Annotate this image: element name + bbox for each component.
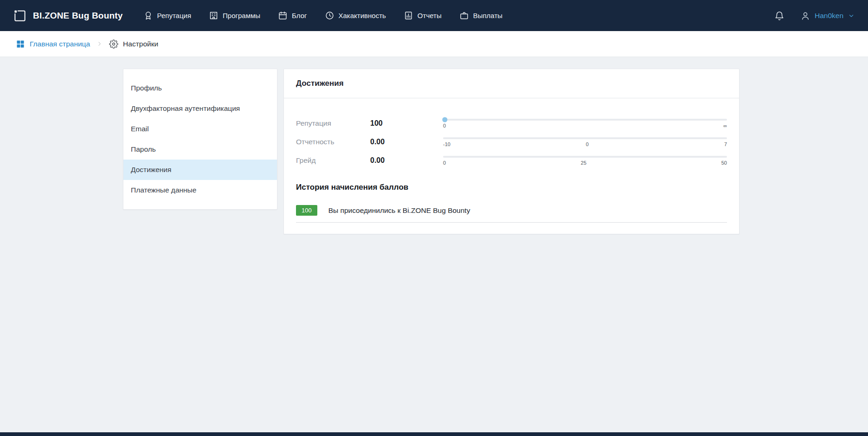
clock-icon (325, 11, 334, 20)
points-badge: 100 (296, 205, 317, 216)
nav-item-payouts[interactable]: Выплаты (459, 11, 502, 20)
tick-min: -10 (443, 141, 450, 147)
metric-value: 100 (370, 119, 443, 128)
metrics-list: Репутация 100 0 ∞ Отчетность 0.00 (284, 98, 739, 170)
brand[interactable]: BI.ZONE Bug Bounty (13, 9, 123, 23)
brand-title: BI.ZONE Bug Bounty (33, 11, 123, 21)
home-grid-icon (16, 39, 25, 49)
nav-item-label: Репутация (157, 12, 191, 19)
menu-item-password[interactable]: Пароль (123, 139, 277, 160)
nav-item-hackactivity[interactable]: Хакактивность (325, 11, 386, 20)
username: Han0ken (815, 12, 843, 20)
metric-value: 0.00 (370, 138, 443, 146)
building-icon (209, 11, 219, 20)
navbar-right: Han0ken (774, 11, 855, 21)
notifications-bell-icon[interactable] (774, 11, 784, 21)
metric-label: Репутация (296, 119, 370, 128)
tick-max: 7 (724, 141, 727, 147)
history-item: 100 Вы присоединились к Bi.ZONE Bug Boun… (296, 205, 727, 223)
menu-item-achievements[interactable]: Достижения (123, 160, 277, 180)
menu-item-payment-details[interactable]: Платежные данные (123, 180, 277, 200)
menu-item-two-factor[interactable]: Двухфакторная аутентификация (123, 98, 277, 119)
nav-item-label: Отчеты (418, 12, 442, 19)
menu-item-email[interactable]: Email (123, 119, 277, 139)
history-item-text: Вы присоединились к Bi.ZONE Bug Bounty (328, 206, 470, 215)
footer-strip (0, 432, 868, 436)
report-chart-icon (404, 11, 413, 20)
tick-max: 50 (721, 160, 727, 166)
reputation-gauge: 0 ∞ (443, 119, 727, 128)
nav-item-label: Программы (223, 12, 260, 19)
nav-item-reports[interactable]: Отчеты (404, 11, 442, 20)
points-history-title: История начисления баллов (296, 183, 727, 192)
user-menu[interactable]: Han0ken (800, 11, 855, 21)
gauge-marker (442, 117, 447, 122)
metric-row-reporting: Отчетность 0.00 -10 0 7 (296, 133, 727, 151)
breadcrumb: Главная страница Настройки (0, 31, 868, 57)
tick-mid: 25 (581, 160, 586, 166)
nav-item-reputation[interactable]: Репутация (143, 11, 191, 20)
breadcrumb-home-link[interactable]: Главная страница (16, 39, 90, 49)
achievements-panel: Достижения Репутация 100 0 ∞ Отчетность (283, 69, 739, 234)
breadcrumb-current: Настройки (109, 39, 158, 49)
metric-value: 0.00 (370, 156, 443, 165)
nav-item-programs[interactable]: Программы (209, 11, 260, 20)
menu-item-profile[interactable]: Профиль (123, 78, 277, 98)
nav-item-label: Выплаты (473, 12, 502, 19)
calendar-icon (278, 11, 288, 20)
nav-item-label: Блог (292, 12, 307, 19)
settings-menu: Профиль Двухфакторная аутентификация Ema… (123, 69, 277, 210)
chevron-right-icon (96, 41, 103, 47)
gauge-track (443, 119, 727, 121)
breadcrumb-current-label: Настройки (123, 40, 158, 48)
gauge-track (443, 156, 727, 158)
gauge-track (443, 137, 727, 139)
gauge-ticks: 0 ∞ (443, 123, 727, 128)
bizone-logo-icon (13, 9, 27, 23)
top-navbar: BI.ZONE Bug Bounty Репутация Программы Б… (0, 0, 868, 31)
main-nav: Репутация Программы Блог Хакактивность О… (143, 11, 502, 20)
briefcase-icon (459, 11, 469, 20)
gauge-ticks: -10 0 7 (443, 141, 727, 147)
main-content: Профиль Двухфакторная аутентификация Ema… (0, 57, 868, 432)
tick-max: ∞ (723, 123, 727, 128)
metric-row-reputation: Репутация 100 0 ∞ (296, 114, 727, 133)
tick-min: 0 (443, 123, 446, 128)
metric-label: Отчетность (296, 138, 370, 146)
tick-mid: 0 (586, 141, 589, 147)
tick-min: 0 (443, 160, 446, 166)
metric-label: Грейд (296, 156, 370, 165)
nav-item-blog[interactable]: Блог (278, 11, 307, 20)
points-history: История начисления баллов 100 Вы присоед… (284, 170, 739, 223)
gear-icon (109, 39, 118, 49)
medal-icon (143, 11, 153, 20)
breadcrumb-home-label: Главная страница (30, 40, 90, 48)
panel-title: Достижения (284, 69, 739, 98)
metric-row-grade: Грейд 0.00 0 25 50 (296, 151, 727, 170)
chevron-down-icon (848, 12, 855, 19)
user-icon (800, 11, 810, 21)
grade-gauge: 0 25 50 (443, 156, 727, 166)
nav-item-label: Хакактивность (339, 12, 386, 19)
gauge-ticks: 0 25 50 (443, 160, 727, 166)
reporting-gauge: -10 0 7 (443, 137, 727, 147)
